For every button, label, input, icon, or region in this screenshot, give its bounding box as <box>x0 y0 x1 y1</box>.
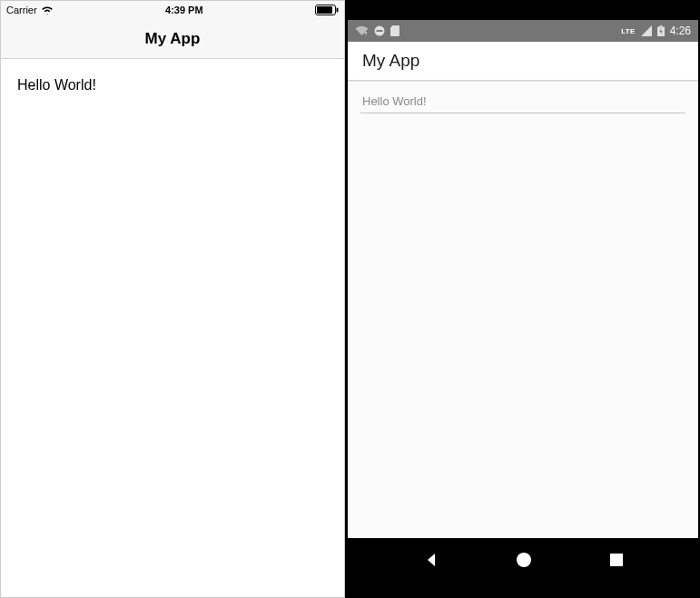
svg-rect-5 <box>377 30 383 32</box>
wifi-icon <box>41 5 54 15</box>
svg-rect-2 <box>336 8 338 13</box>
hello-text-input[interactable] <box>17 77 328 93</box>
page-title: My App <box>362 51 419 71</box>
svg-text:?: ? <box>364 31 368 36</box>
carrier-label: Carrier <box>6 5 37 15</box>
battery-charging-icon <box>657 25 665 36</box>
svg-rect-9 <box>610 554 623 566</box>
ios-nav-bar: My App <box>1 19 344 59</box>
cellular-signal-icon <box>641 25 652 36</box>
ios-status-bar: Carrier 4:39 PM <box>1 1 344 19</box>
recents-button[interactable] <box>608 552 625 568</box>
android-content-area <box>348 82 698 538</box>
clock-label: 4:26 <box>670 25 691 37</box>
page-title: My App <box>145 30 201 48</box>
ios-device-frame: Carrier 4:39 PM My App <box>0 0 345 598</box>
ios-content-area <box>1 59 344 112</box>
do-not-disturb-icon <box>374 25 385 36</box>
clock-label: 4:39 PM <box>165 5 203 15</box>
android-status-bar: ? LTE <box>348 20 698 42</box>
android-device-frame: ? LTE <box>348 0 698 598</box>
hello-text-input[interactable] <box>360 91 685 113</box>
home-button[interactable] <box>514 550 534 570</box>
android-navigation-bar <box>348 538 698 582</box>
svg-rect-7 <box>659 25 662 27</box>
network-type-label: LTE <box>621 27 635 35</box>
battery-icon <box>315 5 339 15</box>
android-bezel-top <box>348 0 698 20</box>
android-bezel-bottom <box>348 582 698 598</box>
back-button[interactable] <box>422 551 440 569</box>
svg-point-8 <box>517 553 531 567</box>
android-toolbar: My App <box>348 42 698 80</box>
sd-card-icon <box>390 25 399 36</box>
wifi-off-icon: ? <box>355 25 369 36</box>
svg-rect-1 <box>317 6 332 14</box>
